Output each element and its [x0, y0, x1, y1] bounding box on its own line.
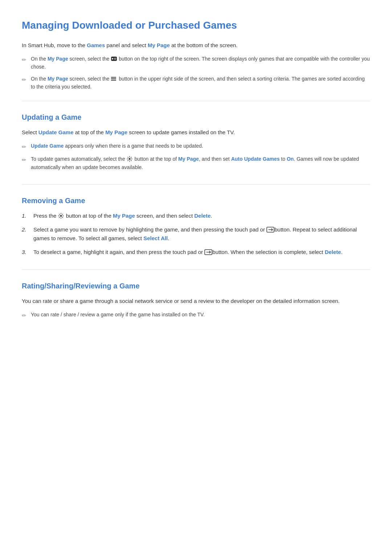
my-page-link-intro: My Page — [148, 42, 170, 48]
pencil-icon-4: ✏ — [22, 156, 26, 164]
pencil-icon-2: ✏ — [22, 75, 26, 84]
svg-rect-2 — [112, 58, 113, 59]
my-page-note2: My Page — [48, 76, 68, 82]
intro-note-1-text: On the My Page screen, select the button… — [31, 55, 370, 71]
separator-3 — [22, 270, 370, 270]
separator-1 — [22, 101, 370, 101]
step-num-1: 1. — [22, 212, 29, 220]
intro-note-2-text: On the My Page screen, select the button… — [31, 75, 370, 91]
pencil-icon-3: ✏ — [22, 143, 26, 151]
intro-text-middle: panel and select — [105, 42, 148, 48]
svg-point-4 — [115, 58, 116, 59]
auto-update-link: Auto Update Games — [231, 156, 280, 162]
step-num-3: 3. — [22, 248, 29, 257]
step-2-content: Select a game you want to remove by high… — [33, 225, 370, 243]
touchpad-icon-1 — [266, 226, 273, 233]
svg-point-5 — [114, 58, 115, 59]
removing-title: Removing a Game — [22, 195, 370, 206]
section-rating: Rating/Sharing/Reviewing a Game You can … — [22, 280, 370, 320]
rating-intro: You can rate or share a game through a s… — [22, 297, 370, 305]
my-page-link-updating: My Page — [105, 129, 127, 135]
on-link: On — [287, 156, 294, 162]
intro-notes-list: ✏ On the My Page screen, select the butt… — [22, 55, 370, 91]
step-3-content: To deselect a game, highlight it again, … — [33, 248, 370, 257]
removing-step-2: 2. Select a game you want to remove by h… — [22, 225, 370, 243]
page-title: Managing Downloaded or Purchased Games — [22, 17, 370, 34]
intro-paragraph: In Smart Hub, move to the Games panel an… — [22, 41, 370, 50]
intro-text-before: In Smart Hub, move to the — [22, 42, 87, 48]
rating-title: Rating/Sharing/Reviewing a Game — [22, 280, 370, 292]
updating-notes: ✏ Update Game appears only when there is… — [22, 142, 370, 171]
games-link: Games — [87, 42, 105, 48]
updating-note-1: ✏ Update Game appears only when there is… — [22, 142, 370, 151]
gamepad-icon — [111, 56, 117, 62]
my-page-note1: My Page — [48, 56, 68, 62]
section-removing: Removing a Game 1. Press the button at t… — [22, 195, 370, 257]
updating-note-1-text: Update Game appears only when there is a… — [31, 142, 370, 150]
intro-note-2: ✏ On the My Page screen, select the butt… — [22, 75, 370, 91]
pencil-icon-5: ✏ — [22, 311, 26, 320]
gear-icon-removing — [58, 213, 65, 219]
delete-link-1: Delete — [194, 213, 211, 219]
svg-rect-8 — [111, 78, 116, 79]
update-game-link: Update Game — [38, 129, 74, 135]
my-page-step1: My Page — [113, 213, 135, 219]
gear-icon-updating — [127, 156, 133, 163]
rating-note-text: You can rate / share / review a game onl… — [31, 311, 370, 319]
updating-intro: Select Update Game at top of the My Page… — [22, 128, 370, 137]
rating-note-1: ✏ You can rate / share / review a game o… — [22, 311, 370, 320]
svg-point-11 — [60, 215, 62, 217]
intro-text-after: at the bottom of the screen. — [170, 42, 238, 48]
svg-point-3 — [115, 58, 115, 58]
my-page-link-note2: My Page — [178, 156, 199, 162]
pencil-icon-1: ✏ — [22, 56, 26, 64]
section-updating: Updating a Game Select Update Game at to… — [22, 111, 370, 171]
delete-link-2: Delete — [325, 249, 341, 255]
rating-notes: ✏ You can rate / share / review a game o… — [22, 311, 370, 320]
svg-rect-9 — [111, 80, 116, 81]
removing-step-3: 3. To deselect a game, highlight it agai… — [22, 248, 370, 257]
menu-icon — [111, 75, 117, 82]
step-num-2: 2. — [22, 225, 29, 234]
touchpad-icon-2 — [204, 249, 211, 255]
intro-note-1: ✏ On the My Page screen, select the butt… — [22, 55, 370, 71]
updating-note-2: ✏ To update games automatically, select … — [22, 155, 370, 171]
updating-note-2-text: To update games automatically, select th… — [31, 155, 370, 171]
select-all-link: Select All — [143, 235, 168, 241]
step-1-content: Press the button at top of the My Page s… — [33, 212, 370, 220]
svg-rect-7 — [111, 77, 116, 78]
removing-step-1: 1. Press the button at top of the My Pag… — [22, 212, 370, 220]
updating-title: Updating a Game — [22, 111, 370, 123]
svg-point-10 — [128, 158, 130, 160]
removing-steps: 1. Press the button at top of the My Pag… — [22, 212, 370, 257]
svg-point-6 — [115, 59, 115, 60]
update-game-link-note: Update Game — [31, 143, 64, 149]
separator-2 — [22, 184, 370, 185]
